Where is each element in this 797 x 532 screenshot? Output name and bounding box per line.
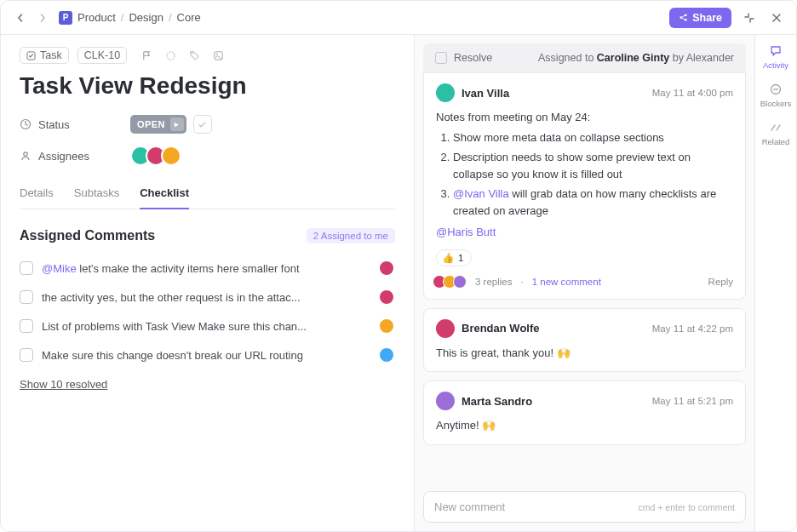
tab-subtasks[interactable]: Subtasks xyxy=(74,178,119,209)
nav-forward[interactable] xyxy=(33,9,52,27)
comment-timestamp: May 11 at 4:22 pm xyxy=(652,323,733,334)
nav-back[interactable] xyxy=(11,9,30,27)
minimize-icon[interactable] xyxy=(740,9,759,27)
status-next-icon[interactable]: ▸ xyxy=(170,117,184,131)
crumb-0[interactable]: Product xyxy=(77,11,116,24)
avatar[interactable] xyxy=(161,146,181,166)
reply-link[interactable]: Reply xyxy=(708,277,733,287)
comment-card: Marta Sandro May 11 at 5:21 pm Anytime! … xyxy=(423,380,746,445)
checkbox[interactable] xyxy=(20,348,33,362)
svg-point-7 xyxy=(215,53,217,54)
complete-checkbox[interactable] xyxy=(193,115,212,134)
avatar xyxy=(378,346,395,363)
tab-details[interactable]: Details xyxy=(20,178,54,209)
thread-header: Resolve Assigned to Caroline Ginty by Al… xyxy=(423,43,746,73)
comment-author[interactable]: Brendan Wolfe xyxy=(462,322,540,335)
task-type-chip[interactable]: Task xyxy=(20,47,69,64)
close-icon[interactable] xyxy=(767,9,786,27)
comment-timestamp: May 11 at 4:00 pm xyxy=(652,88,733,98)
comment-author[interactable]: Ivan Villa xyxy=(462,87,509,100)
status-label: Status xyxy=(38,118,70,131)
svg-point-5 xyxy=(192,53,192,54)
checkbox[interactable] xyxy=(20,290,33,304)
share-button[interactable]: Share xyxy=(669,8,731,28)
assigned-comment[interactable]: Make sure this change doesn't break our … xyxy=(20,340,395,369)
assigned-comments-heading: Assigned Comments xyxy=(20,228,155,243)
resolve-label[interactable]: Resolve xyxy=(454,52,492,64)
tabs: Details Subtasks Checklist xyxy=(20,178,395,209)
avatar xyxy=(378,289,395,306)
assignees-label: Assignees xyxy=(38,150,89,163)
breadcrumb[interactable]: P Product / Design / Core xyxy=(59,11,201,25)
blocker-icon xyxy=(768,82,783,97)
comment-card: Brendan Wolfe May 11 at 4:22 pm This is … xyxy=(423,308,746,373)
task-title[interactable]: Task View Redesign xyxy=(20,72,395,100)
resolve-checkbox[interactable] xyxy=(435,52,447,64)
avatar[interactable] xyxy=(436,83,455,102)
replies-count[interactable]: 3 replies xyxy=(475,277,512,287)
crumb-1[interactable]: Design xyxy=(129,11,163,24)
sprint-icon[interactable] xyxy=(164,49,176,61)
person-icon xyxy=(20,150,32,162)
avatar xyxy=(378,260,395,277)
related-icon xyxy=(768,120,783,135)
mention[interactable]: @Ivan Villa xyxy=(453,187,509,200)
image-icon[interactable] xyxy=(212,49,224,61)
assignee-avatars[interactable] xyxy=(130,146,181,166)
new-comment-indicator[interactable]: 1 new comment xyxy=(532,277,601,287)
comment-timestamp: May 11 at 5:21 pm xyxy=(652,396,733,406)
checkbox[interactable] xyxy=(20,319,33,333)
assigned-badge[interactable]: 2 Assigned to me xyxy=(307,228,395,243)
avatar[interactable] xyxy=(436,319,455,338)
svg-point-9 xyxy=(24,152,27,156)
assigned-comment[interactable]: the activity yes, but the other request … xyxy=(20,283,395,312)
assigned-comment[interactable]: List of problems with Task View Make sur… xyxy=(20,312,395,340)
avatar[interactable] xyxy=(436,392,455,410)
avatar xyxy=(453,275,467,289)
status-icon xyxy=(20,118,32,130)
avatar xyxy=(378,317,395,335)
task-icon xyxy=(26,51,36,60)
crumb-2[interactable]: Core xyxy=(177,11,201,24)
tab-checklist[interactable]: Checklist xyxy=(140,178,189,209)
comment-composer[interactable]: New comment cmd + enter to comment xyxy=(423,491,746,523)
chat-icon xyxy=(768,43,783,59)
svg-point-4 xyxy=(166,51,174,59)
comment-author[interactable]: Marta Sandro xyxy=(462,395,532,408)
reaction-thumbsup[interactable]: 👍 1 xyxy=(436,249,472,266)
rail-related[interactable]: Related xyxy=(762,120,790,146)
share-icon xyxy=(679,13,688,22)
task-id-chip[interactable]: CLK-10 xyxy=(77,47,127,64)
checkbox[interactable] xyxy=(20,261,33,275)
rail-blockers[interactable]: Blockers xyxy=(760,82,791,108)
status-chip[interactable]: OPEN ▸ xyxy=(130,115,186,134)
rail-activity[interactable]: Activity xyxy=(763,43,788,70)
mention[interactable]: @Haris Butt xyxy=(436,226,496,238)
project-chip: P xyxy=(59,11,72,25)
composer-hint: cmd + enter to comment xyxy=(638,502,735,512)
show-resolved-link[interactable]: Show 10 resolved xyxy=(20,378,107,391)
assigned-to-name[interactable]: Caroline Ginty xyxy=(597,52,669,64)
comment-card: Ivan Villa May 11 at 4:00 pm Notes from … xyxy=(423,73,746,300)
flag-icon[interactable] xyxy=(140,49,152,61)
assigned-comment[interactable]: @Mike let's make the activity items here… xyxy=(20,254,395,283)
tag-icon[interactable] xyxy=(188,49,200,61)
composer-placeholder: New comment xyxy=(434,501,505,513)
